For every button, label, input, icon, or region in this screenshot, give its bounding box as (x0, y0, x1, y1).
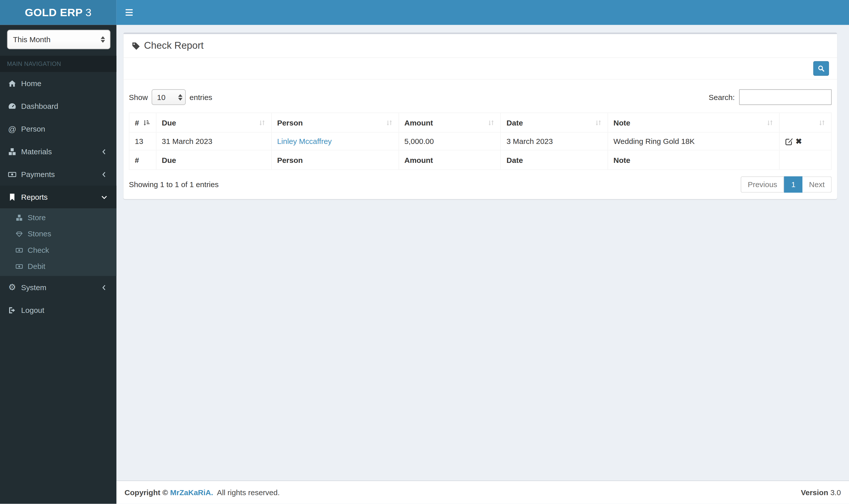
sidebar-item-label: Materials (21, 147, 52, 156)
period-select[interactable]: This Month (7, 30, 110, 49)
cell-amount: 5,000.00 (399, 132, 501, 150)
app-root: GOLD ERP 3 This Month MAIN NAVIGATION Ho… (0, 0, 849, 504)
sidebar-item-person[interactable]: @ Person (0, 118, 117, 140)
sidebar-item-stones[interactable]: Stones (0, 226, 117, 242)
sort-icon (818, 119, 826, 126)
tag-icon (132, 41, 140, 50)
logo-version: 3 (85, 6, 92, 19)
main-column: Check Report Show 10 (117, 25, 849, 504)
chevron-left-icon (100, 170, 108, 178)
show-label: Show (129, 93, 148, 102)
gear-icon: ⚙ (8, 283, 16, 291)
column-header-date[interactable]: Date (501, 113, 608, 132)
rights-text: All rights reserved. (217, 488, 280, 497)
main-footer: Copyright © MrZaKaRiA. All rights reserv… (117, 481, 849, 504)
gem-icon (16, 230, 23, 237)
footer-column-note: Note (608, 150, 780, 170)
column-header-actions[interactable] (780, 113, 831, 132)
sidebar-item-payments[interactable]: Payments (0, 163, 117, 185)
footer-column-id: # (129, 150, 156, 170)
column-header-amount[interactable]: Amount (399, 113, 501, 132)
search-icon (818, 65, 825, 72)
panel-toolbar (124, 58, 837, 79)
money-icon (8, 170, 16, 178)
sidebar-item-label: Dashboard (21, 102, 58, 110)
main-header: GOLD ERP 3 (0, 0, 849, 25)
at-icon: @ (8, 125, 16, 133)
datatable-footer: Showing 1 to 1 of 1 entries Previous 1 N… (129, 177, 832, 193)
select-spinner-icon (101, 36, 105, 43)
cell-id: 13 (129, 132, 156, 150)
cell-due: 31 March 2023 (156, 132, 271, 150)
column-header-person[interactable]: Person (271, 113, 399, 132)
table-search-input[interactable] (739, 89, 832, 105)
sidebar-item-label: Store (28, 213, 46, 222)
sidebar-section-header: MAIN NAVIGATION (0, 56, 117, 72)
sidebar-item-dashboard[interactable]: Dashboard (0, 95, 117, 118)
entries-label: entries (190, 93, 212, 102)
sidebar-item-label: Check (28, 246, 49, 254)
column-header-due[interactable]: Due (156, 113, 271, 132)
page-length-select[interactable]: 10 (152, 89, 186, 105)
page-length-control: Show 10 entries (129, 89, 212, 105)
sort-icon (385, 119, 393, 126)
datatable-controls: Show 10 entries Search: (129, 89, 832, 105)
delete-icon[interactable]: ✖ (796, 137, 802, 145)
version-text: Version 3.0 (801, 488, 841, 497)
pagination-previous-button[interactable]: Previous (741, 177, 784, 193)
sidebar-item-reports[interactable]: Reports (0, 185, 117, 208)
pagination-next-button[interactable]: Next (802, 177, 832, 193)
sidebar-item-home[interactable]: Home (0, 72, 117, 95)
copyright-label: Copyright © (125, 488, 168, 497)
pagination: Previous 1 Next (741, 177, 832, 193)
sidebar-item-materials[interactable]: Materials (0, 140, 117, 163)
sort-icon (258, 119, 266, 126)
person-link[interactable]: Linley Mccaffrey (277, 137, 332, 145)
cell-person: Linley Mccaffrey (271, 132, 399, 150)
sidebar-toggle-button[interactable] (117, 0, 141, 25)
sidebar-item-check[interactable]: Check (0, 242, 117, 258)
reports-submenu: Store Stones Check Debit (0, 208, 117, 276)
content-area: Check Report Show 10 (117, 25, 849, 481)
search-label: Search: (709, 93, 734, 102)
copyright-text: Copyright © MrZaKaRiA. All rights reserv… (125, 488, 282, 497)
sidebar-filter-form: This Month (0, 25, 117, 56)
period-select-value: This Month (13, 35, 50, 44)
table-row: 13 31 March 2023 Linley Mccaffrey 5,000.… (129, 132, 831, 150)
table-header-row: # Due (129, 113, 831, 132)
filter-search-button[interactable] (813, 61, 829, 76)
sort-icon (594, 119, 602, 126)
sidebar-item-store[interactable]: Store (0, 209, 117, 226)
dashboard-icon (8, 102, 16, 110)
sidebar-item-debit[interactable]: Debit (0, 258, 117, 274)
check-report-table: # Due (129, 113, 832, 170)
sidebar-item-label: Stones (28, 230, 51, 238)
logout-icon (8, 306, 16, 314)
cell-date: 3 March 2023 (501, 132, 608, 150)
footer-column-due: Due (156, 150, 271, 170)
sidebar-item-label: Person (21, 125, 45, 133)
chevron-left-icon (100, 283, 108, 291)
column-header-id[interactable]: # (129, 113, 156, 132)
pagination-page-1-button[interactable]: 1 (784, 177, 802, 193)
footer-column-person: Person (271, 150, 399, 170)
app-logo[interactable]: GOLD ERP 3 (0, 0, 117, 25)
sidebar-item-label: Logout (21, 306, 45, 314)
logo-text: GOLD ERP (25, 6, 83, 19)
chevron-left-icon (100, 147, 108, 156)
sidebar-item-logout[interactable]: Logout (0, 299, 117, 321)
sidebar-item-system[interactable]: ⚙ System (0, 276, 117, 299)
cell-note: Wedding Ring Gold 18K (608, 132, 780, 150)
money-icon (16, 247, 23, 253)
money-icon (16, 263, 23, 270)
brand-link[interactable]: MrZaKaRiA. (170, 488, 213, 497)
page-length-value: 10 (157, 93, 165, 102)
sidebar-item-label: Debit (28, 262, 45, 270)
sidebar: This Month MAIN NAVIGATION Home Dashboar… (0, 25, 117, 504)
footer-column-date: Date (501, 150, 608, 170)
table-search-control: Search: (709, 89, 832, 105)
column-header-note[interactable]: Note (608, 113, 780, 132)
table-footer-row: # Due Person Amount Date Note (129, 150, 831, 170)
edit-icon[interactable] (785, 137, 793, 145)
sort-icon (766, 119, 774, 126)
